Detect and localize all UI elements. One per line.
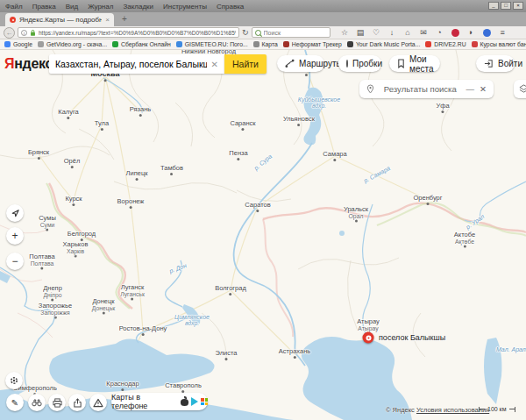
https-lock-icon[interactable]	[30, 29, 36, 37]
site-info-icon[interactable]: i	[21, 30, 27, 36]
bookmark-item[interactable]: Google	[4, 41, 32, 47]
adblock-icon[interactable]	[450, 27, 461, 38]
bookmark-item[interactable]: Курсы валют банко...	[472, 41, 526, 47]
map-search-input[interactable]	[55, 59, 207, 69]
bookmark-favicon-icon	[4, 41, 11, 47]
map-settings-button[interactable]	[5, 372, 23, 389]
menu-item[interactable]: Файл	[5, 3, 23, 11]
window-controls: _ □ ×	[488, 2, 523, 10]
printer-icon	[53, 398, 62, 408]
routes-button[interactable]: Маршруты	[277, 55, 324, 72]
menu-icon[interactable]: ≡	[497, 27, 508, 38]
url-bar[interactable]: i https://yandex.ru/maps/?text=%D0%9A%D0…	[18, 27, 239, 38]
new-tab-button[interactable]: +	[117, 14, 132, 25]
ruler-button[interactable]: ✎	[6, 394, 24, 411]
bookmark-favicon-icon	[283, 41, 289, 47]
active-tab[interactable]: Яндекс.Карты — подробна... ×	[5, 13, 114, 26]
menu-item[interactable]: Правка	[32, 3, 56, 11]
navigation-toolbar: ← i https://yandex.ru/maps/?text=%D0%9A%…	[0, 26, 526, 39]
login-button[interactable]: Войти	[476, 55, 515, 72]
minimize-panel-icon[interactable]: —	[466, 84, 475, 94]
bookmarks-bar: Google GetVideo.org - скача... Сбербанк …	[0, 39, 526, 50]
minimize-button[interactable]: _	[488, 2, 499, 10]
windows-icon	[201, 398, 208, 405]
browser-search-box[interactable]	[252, 27, 331, 38]
home-icon[interactable]: ⌂	[402, 27, 414, 38]
menu-item[interactable]: Справка	[217, 3, 244, 11]
bookmark-item[interactable]: Неформат Трекер	[283, 41, 342, 47]
bookmark-item[interactable]: GetVideo.org - скача...	[38, 41, 107, 47]
route-icon	[285, 59, 295, 68]
url-text: https://yandex.ru/maps/?text=%D0%9A%D0%B…	[39, 30, 236, 36]
pin-label: поселок Балыкшы	[379, 333, 445, 342]
map-search-bar[interactable]: ✕	[49, 54, 224, 74]
mobile-apps-button[interactable]: Карты в телефоне	[111, 393, 208, 410]
share-button[interactable]	[68, 394, 86, 411]
my-places-button[interactable]: Мои места	[389, 55, 440, 72]
pencil-icon: ✎	[11, 398, 18, 408]
menu-item[interactable]: Вид	[66, 3, 78, 11]
messenger-icon[interactable]: ✉	[418, 27, 430, 38]
bookmark-favicon-icon	[472, 41, 478, 47]
bookmark-favicon-icon	[347, 41, 353, 47]
search-results-panel: Результаты поиска — ✕	[359, 80, 494, 98]
binoculars-button[interactable]	[28, 394, 46, 411]
menu-item[interactable]: Журнал	[88, 3, 113, 11]
yandex-maps-page: Москва Нижний Новгород Казань Уфа Ульяно…	[0, 50, 526, 420]
menu-items: ФайлПравкаВидЖурналЗакладкиИнструментыСп…	[5, 3, 244, 11]
traffic-button[interactable]: Пробки	[338, 55, 381, 72]
pin-icon	[366, 84, 374, 94]
bookmark-star-icon[interactable]: ☆	[339, 27, 351, 38]
bookmark-favicon-icon	[176, 41, 182, 47]
find-button[interactable]: Найти	[224, 54, 267, 74]
bookmark-item[interactable]: Карта	[253, 41, 278, 47]
scale-bar: 100 км	[479, 406, 515, 412]
results-title: Результаты поиска	[380, 84, 461, 94]
traffic-icon	[346, 60, 348, 68]
back-button[interactable]: ←	[4, 27, 15, 39]
bookmark-favicon-icon	[253, 41, 259, 47]
search-result-pin[interactable]	[363, 332, 374, 344]
location-arrow-icon	[11, 209, 20, 218]
close-button[interactable]: ×	[513, 2, 523, 10]
zoom-out-button[interactable]: −	[6, 253, 24, 270]
layers-button[interactable]	[514, 80, 526, 98]
binoculars-icon	[32, 398, 42, 407]
history-icon[interactable]: ◔	[434, 27, 445, 38]
extension-icon[interactable]	[481, 27, 493, 38]
browser-window: ФайлПравкаВидЖурналЗакладкиИнструментыСп…	[0, 0, 526, 420]
menu-item[interactable]: Инструменты	[163, 3, 207, 11]
yandex-maps-favicon-icon	[10, 17, 16, 23]
yandex-logo[interactable]: Яндекс	[4, 56, 53, 72]
browser-search-input[interactable]	[264, 30, 327, 36]
zoom-in-button[interactable]: +	[6, 227, 24, 245]
lake	[339, 231, 345, 236]
bookmark-item[interactable]: DRIVE2.RU	[425, 41, 466, 47]
locate-me-button[interactable]	[6, 204, 24, 222]
reload-icon[interactable]: ↻	[242, 27, 249, 38]
downloads-icon[interactable]: ↓	[387, 27, 398, 38]
menu-bar: ФайлПравкаВидЖурналЗакладкиИнструментыСп…	[0, 0, 526, 12]
search-engine-icon	[255, 30, 261, 36]
tab-title: Яндекс.Карты — подробна...	[19, 16, 102, 24]
bookmark-item[interactable]: Сбербанк Онлайн	[112, 41, 171, 47]
restore-button[interactable]: □	[501, 2, 511, 10]
report-error-button[interactable]	[89, 394, 107, 411]
tab-close-icon[interactable]: ×	[105, 16, 110, 24]
bookmark-item[interactable]: GISMETEO.RU: Пого...	[176, 41, 248, 47]
menu-item[interactable]: Закладки	[123, 3, 153, 11]
layers-icon	[519, 84, 526, 94]
pocket-icon[interactable]: ♡	[371, 27, 382, 38]
clipboard-icon[interactable]: ▤	[355, 27, 366, 38]
bookmark-favicon-icon	[112, 41, 118, 47]
close-panel-icon[interactable]: ✕	[480, 84, 487, 94]
ghostery-icon[interactable]: ◗	[466, 27, 477, 38]
map-canvas[interactable]	[0, 50, 526, 420]
map-attribution: © Яндекс Условия использования	[386, 406, 489, 414]
bookmark-item[interactable]: Your Dark Music Porta...	[347, 41, 420, 47]
warning-triangle-icon	[93, 398, 103, 408]
print-button[interactable]	[48, 394, 66, 411]
clear-search-icon[interactable]: ✕	[211, 60, 218, 69]
gear-icon	[9, 375, 19, 386]
login-icon	[484, 59, 494, 68]
